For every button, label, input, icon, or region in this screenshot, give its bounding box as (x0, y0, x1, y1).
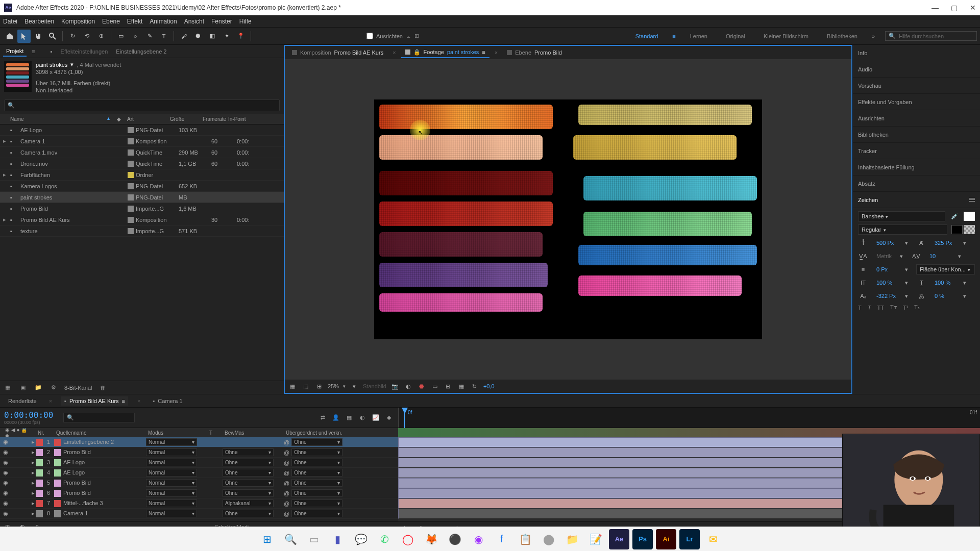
col-name[interactable]: Name (10, 115, 122, 123)
grid-icon[interactable]: ⊞ (414, 33, 419, 39)
taskbar-search[interactable]: 🔍 (280, 529, 301, 549)
ellipse-tool[interactable]: ○ (129, 30, 142, 43)
stroke-type-dropdown[interactable]: Fläche über Kon... (916, 264, 975, 274)
trash-icon[interactable]: 🗑 (98, 383, 107, 392)
bold-icon[interactable]: T (858, 305, 862, 311)
tracking-value[interactable]: 10 (929, 253, 950, 259)
panel-ausrichten[interactable]: Ausrichten (853, 110, 980, 127)
taskbar-facebook[interactable]: f (492, 529, 512, 549)
tab-projekt-menu[interactable]: ≡ (32, 48, 35, 55)
taskbar-messenger[interactable]: ◉ (468, 529, 488, 549)
dropdown-icon[interactable]: ▾ (958, 253, 961, 260)
tab-menu-icon[interactable]: ≡ (482, 49, 485, 55)
kerning-value[interactable]: Metrik (876, 253, 892, 259)
brush-tool[interactable]: 🖌 (177, 30, 190, 43)
new-comp-icon[interactable]: ▣ (18, 383, 28, 392)
menu-fenster[interactable]: Fenster (211, 18, 232, 25)
subscript-icon[interactable]: T₁ (914, 304, 920, 311)
guides-icon[interactable]: ⊞ (314, 382, 324, 391)
layer-row[interactable]: ◉▸6Promo BildNormal▾Ohne▾@Ohne▾ (0, 488, 398, 498)
tab-projekt[interactable]: Projekt (3, 46, 27, 57)
dropdown-icon[interactable]: ▾ (900, 253, 903, 260)
project-item[interactable]: ▪paint strokesPNG-Datei MB (0, 192, 284, 203)
anchor-tool[interactable]: ⊕ (94, 30, 108, 43)
help-search[interactable]: 🔍 Hilfe durchsuchen (885, 31, 977, 41)
baseline-value[interactable]: -322 Px (876, 293, 897, 299)
caps-icon[interactable]: TT (877, 305, 884, 311)
workspace-lernen[interactable]: Lernen (686, 31, 712, 41)
taskbar-opera[interactable]: ◯ (398, 529, 418, 549)
bit-depth[interactable]: 8-Bit-Kanal (64, 385, 92, 391)
dropdown-icon[interactable]: ▾ (905, 293, 908, 299)
tab-close[interactable]: × (137, 398, 140, 404)
taskbar-windows[interactable]: ⊞ (257, 529, 277, 549)
menu-effekt[interactable]: Effekt (127, 18, 142, 25)
new-folder-icon[interactable]: 📁 (34, 383, 43, 392)
rect-tool[interactable]: ▭ (114, 30, 128, 43)
project-search[interactable]: 🔍 (4, 99, 280, 111)
maximize-button[interactable]: ▢ (951, 4, 958, 12)
font-family-dropdown[interactable]: Banshee (858, 211, 945, 221)
project-item[interactable]: ▪Kamera LogosPNG-Datei652 KB (0, 181, 284, 192)
col-size[interactable]: Größe (170, 115, 203, 123)
font-style-dropdown[interactable]: Regular (858, 224, 947, 235)
taskbar-obs[interactable]: ⬤ (538, 529, 559, 549)
dropdown-icon[interactable]: ▾ (963, 280, 966, 286)
asset-dropdown-icon[interactable]: ▾ (70, 61, 74, 68)
tab-camera1[interactable]: ▪ Camera 1 (150, 396, 185, 406)
stroke-width-value[interactable]: 0 Px (876, 266, 897, 272)
timeline-search[interactable]: 🔍 (63, 413, 135, 422)
eraser-tool[interactable]: ◧ (206, 30, 219, 43)
panel-absatz[interactable]: Absatz (853, 176, 980, 192)
panel-info[interactable]: Info (853, 45, 980, 61)
taskbar-chat[interactable]: 💬 (351, 529, 371, 549)
dropdown-icon[interactable]: ▾ (905, 280, 908, 286)
orbit-tool[interactable]: ↻ (66, 30, 79, 43)
roto-tool[interactable]: ✦ (220, 30, 233, 43)
taskbar-notes[interactable]: 📋 (515, 529, 535, 549)
taskbar-ai[interactable]: Ai (656, 529, 676, 549)
project-item[interactable]: ▪AE LogoPNG-Datei103 KB (0, 124, 284, 136)
menu-datei[interactable]: Datei (3, 18, 17, 25)
3d-icon[interactable]: ⬣ (417, 382, 426, 391)
italic-icon[interactable]: T (868, 305, 871, 311)
minimize-button[interactable]: — (932, 4, 939, 12)
menu-komposition[interactable]: Komposition (61, 18, 95, 25)
region-icon[interactable]: ▭ (430, 382, 439, 391)
smallcaps-icon[interactable]: Tᴛ (890, 304, 897, 311)
sort-arrow-icon[interactable]: ▴ (107, 115, 110, 123)
shy-icon[interactable]: 👤 (331, 413, 341, 423)
project-item[interactable]: ▸▪Camera 1Komposition600:00: (0, 136, 284, 147)
project-item[interactable]: ▸▪Promo Bild AE KursKomposition300:00: (0, 214, 284, 226)
close-button[interactable]: ✕ (970, 4, 976, 12)
stamp-tool[interactable]: ⬢ (191, 30, 205, 43)
viewer-tab-komposition[interactable]: Komposition Promo Bild AE Kurs (288, 48, 387, 57)
col-label[interactable]: ◆ (117, 115, 127, 123)
workspace-kleiner[interactable]: Kleiner Bildschirm (760, 31, 813, 41)
zoom-dropdown[interactable]: 25% (328, 383, 346, 389)
tab-promo-bild[interactable]: ▪ Promo Bild AE Kurs ≡ (61, 396, 128, 406)
layer-row[interactable]: ◉▸1Einstellungsebene 2Normal▾@Ohne▾ (0, 437, 398, 447)
panel-tracker[interactable]: Tracker (853, 143, 980, 159)
menu-ansicht[interactable]: Ansicht (184, 18, 204, 25)
taskbar-mail[interactable]: ✉ (703, 529, 723, 549)
eyedropper-icon[interactable]: 💉 (949, 211, 960, 221)
taskbar-app1[interactable]: ⚫ (445, 529, 465, 549)
menu-animation[interactable]: Animation (150, 18, 177, 25)
taskbar-files[interactable]: 📁 (562, 529, 582, 549)
puppet-tool[interactable]: 📍 (234, 30, 248, 43)
panel-audio[interactable]: Audio (853, 61, 980, 78)
graph-icon[interactable]: 📈 (371, 413, 381, 423)
tab-renderliste[interactable]: Renderliste (5, 396, 40, 406)
taskbar-teams[interactable]: ▮ (327, 529, 348, 549)
taskbar-ps[interactable]: Ps (632, 529, 653, 549)
workspace-overflow-icon[interactable]: » (872, 33, 875, 39)
menu-bearbeiten[interactable]: Bearbeiten (24, 18, 54, 25)
interpret-icon[interactable]: ▦ (3, 383, 12, 392)
taskbar-editor[interactable]: 📝 (585, 529, 606, 549)
tab-close[interactable]: × (495, 49, 498, 56)
hscale-value[interactable]: 100 % (935, 280, 955, 286)
taskbar-firefox[interactable]: 🦊 (421, 529, 442, 549)
superscript-icon[interactable]: T¹ (903, 305, 908, 311)
project-item[interactable]: ▪Drone.movQuickTime1,1 GB600:00: (0, 158, 284, 169)
